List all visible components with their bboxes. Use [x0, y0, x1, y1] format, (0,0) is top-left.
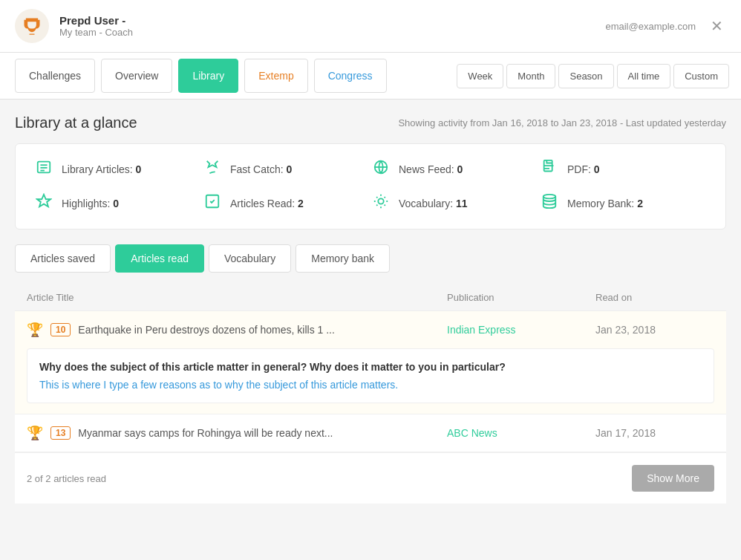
library-articles-icon — [33, 159, 54, 180]
stat-articles-read-value: 2 — [298, 198, 304, 209]
user-team: My team - Coach — [59, 27, 133, 38]
section-header: Library at a glance Showing activity fro… — [15, 114, 726, 131]
stats-grid: Library Articles: 0 Fast Catch: 0 News F… — [33, 159, 708, 214]
tab-challenges[interactable]: Challenges — [15, 59, 95, 93]
subtab-articles-read[interactable]: Articles read — [115, 244, 204, 273]
vocabulary-icon — [370, 193, 391, 214]
article-read-date: Jan 23, 2018 — [595, 324, 714, 336]
tab-library[interactable]: Library — [178, 59, 238, 93]
stat-memory-bank-value: 2 — [637, 198, 643, 209]
expand-question: Why does the subject of this article mat… — [39, 361, 702, 373]
trophy-icon-small: 🏆 — [27, 322, 43, 338]
main-content: Library at a glance Showing activity fro… — [0, 100, 741, 518]
article-title-text: Myanmar says camps for Rohingya will be … — [78, 427, 333, 439]
user-info: Prepd User - My team - Coach — [59, 14, 133, 38]
stat-highlights-value: 0 — [113, 198, 119, 209]
stat-pdf-label: PDF: 0 — [567, 163, 600, 175]
article-expand-panel: Why does the subject of this article mat… — [27, 348, 714, 403]
stat-vocabulary-value: 11 — [456, 198, 468, 209]
table-row: 🏆 13 Myanmar says camps for Rohingya wil… — [15, 414, 726, 452]
table-footer: 2 of 2 articles read Show More — [15, 452, 726, 504]
news-feed-icon — [370, 159, 391, 180]
sub-tabs: Articles saved Articles read Vocabulary … — [15, 244, 726, 273]
stat-articles-read-label: Articles Read: 2 — [230, 198, 304, 209]
col-read-on: Read on — [595, 292, 714, 303]
stat-vocabulary: Vocabulary: 11 — [370, 193, 539, 214]
stat-memory-bank: Memory Bank: 2 — [539, 193, 708, 214]
stat-fast-catch-label: Fast Catch: 0 — [230, 163, 292, 175]
table-header: Article Title Publication Read on — [15, 284, 726, 311]
stat-highlights-label: Highlights: 0 — [62, 198, 119, 209]
tab-overview[interactable]: Overview — [101, 59, 172, 93]
nav-bar: Challenges Overview Library Extemp Congr… — [0, 53, 741, 100]
stat-news-feed-label: News Feed: 0 — [399, 163, 463, 175]
stat-pdf: PDF: 0 — [539, 159, 708, 180]
stat-articles-read: Articles Read: 2 — [202, 193, 370, 214]
stats-card: Library Articles: 0 Fast Catch: 0 News F… — [15, 143, 726, 229]
stat-fast-catch: Fast Catch: 0 — [202, 159, 370, 180]
date-info: Showing activity from Jan 16, 2018 to Ja… — [398, 117, 726, 128]
score-badge: 13 — [50, 426, 71, 440]
stat-highlights: Highlights: 0 — [33, 193, 202, 214]
articles-count: 2 of 2 articles read — [27, 473, 106, 484]
svg-point-9 — [543, 195, 556, 199]
article-publication: Indian Express — [447, 324, 595, 336]
article-title-cell: 🏆 13 Myanmar says camps for Rohingya wil… — [27, 425, 447, 441]
time-tab-custom[interactable]: Custom — [673, 64, 729, 88]
fast-catch-icon — [202, 159, 223, 180]
expand-answer: This is where I type a few reasons as to… — [39, 379, 702, 391]
tab-congress[interactable]: Congress — [314, 59, 387, 93]
article-title-cell: 🏆 10 Earthquake in Peru destroys dozens … — [27, 322, 447, 338]
header-left: Prepd User - My team - Coach — [15, 9, 133, 43]
memory-bank-icon — [539, 193, 560, 214]
stat-pdf-value: 0 — [594, 163, 600, 175]
article-main-row[interactable]: 🏆 13 Myanmar says camps for Rohingya wil… — [15, 414, 726, 452]
close-button[interactable]: ✕ — [708, 14, 726, 38]
time-tab-week[interactable]: Week — [457, 64, 503, 88]
user-name: Prepd User - — [59, 14, 133, 27]
article-main-row[interactable]: 🏆 10 Earthquake in Peru destroys dozens … — [15, 311, 726, 348]
article-title-text: Earthquake in Peru destroys dozens of ho… — [78, 324, 335, 336]
svg-point-8 — [378, 198, 383, 204]
stat-library-articles: Library Articles: 0 — [33, 159, 202, 180]
time-tab-season[interactable]: Season — [558, 64, 613, 88]
stat-vocabulary-label: Vocabulary: 11 — [399, 198, 468, 209]
stat-library-articles-label: Library Articles: 0 — [62, 163, 141, 175]
score-badge: 10 — [50, 323, 71, 336]
trophy-avatar — [15, 9, 49, 43]
time-tab-month[interactable]: Month — [506, 64, 555, 88]
show-more-button[interactable]: Show More — [632, 465, 714, 492]
header-right: email@example.com ✕ — [605, 14, 726, 38]
tab-extemp[interactable]: Extemp — [244, 59, 307, 93]
article-read-date: Jan 17, 2018 — [595, 427, 714, 439]
header: Prepd User - My team - Coach email@examp… — [0, 0, 741, 53]
stat-news-feed: News Feed: 0 — [370, 159, 539, 180]
time-tab-alltime[interactable]: All time — [617, 64, 671, 88]
table-row: 🏆 10 Earthquake in Peru destroys dozens … — [15, 311, 726, 414]
subtab-articles-saved[interactable]: Articles saved — [15, 244, 111, 273]
pdf-icon — [539, 159, 560, 180]
articles-table: Article Title Publication Read on 🏆 10 E… — [15, 284, 726, 504]
subtab-vocabulary[interactable]: Vocabulary — [209, 244, 291, 273]
stat-fast-catch-value: 0 — [286, 163, 292, 175]
subtab-memory-bank[interactable]: Memory bank — [296, 244, 390, 273]
trophy-icon-small: 🏆 — [27, 425, 43, 441]
section-title: Library at a glance — [15, 114, 137, 131]
col-title: Article Title — [27, 292, 447, 303]
stat-memory-bank-label: Memory Bank: 2 — [567, 198, 643, 209]
stat-library-articles-value: 0 — [136, 163, 142, 175]
time-tabs: Week Month Season All time Custom — [457, 64, 729, 88]
highlights-icon — [33, 193, 54, 214]
user-email: email@example.com — [605, 21, 696, 32]
article-publication: ABC News — [447, 427, 595, 439]
articles-read-icon — [202, 193, 223, 214]
col-publication: Publication — [447, 292, 595, 303]
stat-news-feed-value: 0 — [457, 163, 463, 175]
